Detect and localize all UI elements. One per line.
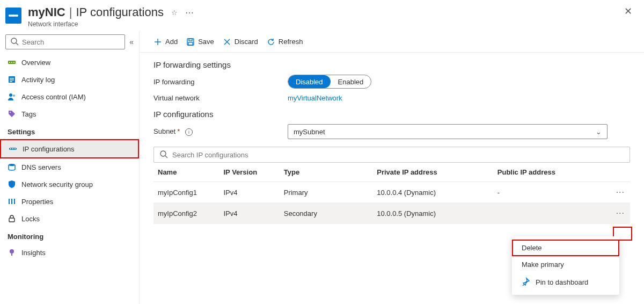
pin-icon (522, 277, 530, 287)
sidebar-item-activity-log[interactable]: Activity log (0, 71, 139, 88)
save-button[interactable]: Save (186, 38, 214, 46)
svg-point-3 (16, 15, 18, 16)
col-private-ip[interactable]: Private IP address (372, 163, 493, 182)
menu-label: Make primary (522, 260, 564, 269)
table-row[interactable]: myIpConfig1 IPv4 Primary 10.0.0.4 (Dynam… (153, 182, 630, 203)
svg-point-26 (10, 249, 14, 254)
sidebar-item-locks[interactable]: Locks (0, 210, 139, 227)
svg-rect-27 (11, 254, 12, 256)
sidebar-search[interactable] (5, 34, 125, 49)
ipconfig-name[interactable]: myIpConfig2 (153, 203, 219, 224)
resource-type-icon (5, 8, 21, 24)
sidebar-item-dns-servers[interactable]: DNS servers (0, 158, 139, 176)
ipconfig-version: IPv4 (219, 182, 279, 203)
ipconfig-public-ip: - (493, 182, 608, 203)
save-icon (186, 38, 195, 46)
sidebar-item-label: Properties (21, 198, 53, 206)
table-row[interactable]: myIpConfig2 IPv4 Secondary 10.0.0.5 (Dyn… (153, 203, 630, 224)
tags-icon (8, 110, 16, 118)
locks-icon (8, 214, 16, 223)
label-subnet: Subnet* i (153, 127, 288, 136)
sidebar-item-label: Access control (IAM) (21, 93, 86, 101)
svg-rect-7 (9, 62, 10, 63)
svg-point-20 (14, 148, 16, 149)
svg-rect-24 (14, 199, 15, 204)
sidebar-item-label: Network security group (21, 180, 93, 189)
ipconfig-search[interactable] (153, 147, 630, 163)
context-make-primary[interactable]: Make primary (512, 256, 619, 273)
plus-icon (153, 38, 162, 46)
menu-label: Pin to dashboard (536, 278, 588, 286)
svg-rect-25 (9, 218, 14, 222)
svg-point-15 (13, 95, 15, 97)
subnet-value: mySubnet (294, 128, 325, 136)
sidebar-scroll[interactable]: Overview Activity log Access control (IA… (0, 54, 139, 304)
ipconfig-table: Name IP Version Type Private IP address … (153, 163, 630, 224)
nic-icon (8, 58, 16, 67)
sidebar-item-insights[interactable]: Insights (0, 244, 139, 261)
subnet-dropdown[interactable]: mySubnet ⌄ (288, 124, 608, 139)
svg-rect-13 (10, 81, 12, 82)
nsg-icon (8, 180, 16, 189)
svg-rect-31 (189, 39, 192, 41)
toolbar-label: Save (198, 38, 214, 46)
sidebar-item-iam[interactable]: Access control (IAM) (0, 88, 139, 105)
discard-button[interactable]: Discard (223, 38, 258, 46)
svg-line-36 (165, 156, 167, 158)
ip-forwarding-toggle[interactable]: Disabled Enabled (288, 75, 371, 89)
section-ip-configurations: IP configurations (153, 110, 630, 119)
col-name[interactable]: Name (153, 163, 219, 182)
virtual-network-link[interactable]: myVirtualNetwork (288, 94, 342, 102)
svg-point-16 (10, 112, 11, 113)
title-separator: | (69, 5, 72, 19)
sidebar-item-properties[interactable]: Properties (0, 193, 139, 210)
close-icon[interactable]: ✕ (620, 5, 635, 17)
ipconfig-search-input[interactable] (172, 151, 624, 159)
svg-point-2 (12, 15, 14, 16)
ipconfig-name[interactable]: myIpConfig1 (153, 182, 219, 203)
ipcfg-icon (9, 144, 17, 153)
add-button[interactable]: Add (153, 38, 178, 46)
svg-rect-8 (11, 62, 12, 63)
sidebar: « Overview Activity log Access control (… (0, 31, 140, 304)
col-public-ip[interactable]: Public IP address (493, 163, 608, 182)
iam-icon (8, 92, 16, 101)
svg-point-14 (9, 93, 12, 97)
toggle-enabled[interactable]: Enabled (331, 75, 371, 88)
sidebar-search-input[interactable] (22, 38, 120, 46)
title-more-icon[interactable]: ⋯ (185, 8, 194, 18)
refresh-button[interactable]: Refresh (267, 38, 303, 46)
sidebar-item-ip-configurations[interactable]: IP configurations (0, 139, 139, 158)
label-virtual-network: Virtual network (153, 94, 288, 102)
svg-rect-32 (188, 42, 193, 45)
context-pin-to-dashboard[interactable]: Pin to dashboard (512, 273, 619, 292)
refresh-icon (267, 38, 275, 46)
command-bar: Add Save Discard Refresh (140, 31, 644, 53)
search-icon (10, 37, 19, 47)
log-icon (8, 75, 16, 84)
favorite-star-icon[interactable]: ☆ (171, 9, 178, 17)
row-more-icon[interactable]: ··· (615, 187, 626, 197)
search-icon (159, 150, 168, 160)
resource-type-label: Network interface (28, 20, 194, 28)
sidebar-item-overview[interactable]: Overview (0, 54, 139, 71)
info-icon[interactable]: i (185, 128, 193, 136)
sidebar-item-label: Tags (21, 110, 36, 118)
ipconfig-type: Secondary (280, 203, 373, 224)
collapse-sidebar-icon[interactable]: « (129, 38, 134, 46)
context-delete[interactable]: Delete (512, 240, 619, 256)
blade-header: myNIC | IP configurations ☆ ⋯ Network in… (0, 0, 644, 31)
col-type[interactable]: Type (280, 163, 373, 182)
sidebar-group-settings: Settings (0, 122, 139, 139)
row-more-icon[interactable]: ··· (615, 208, 626, 218)
sidebar-item-tags[interactable]: Tags (0, 105, 139, 122)
toggle-disabled[interactable]: Disabled (288, 75, 331, 88)
ipconfig-private-ip: 10.0.0.4 (Dynamic) (372, 182, 493, 203)
sidebar-item-label: Insights (21, 249, 46, 257)
sidebar-item-nsg[interactable]: Network security group (0, 176, 139, 193)
sidebar-item-label: IP configurations (23, 145, 75, 153)
sidebar-item-label: Locks (21, 215, 40, 223)
col-ip-version[interactable]: IP Version (219, 163, 279, 182)
toolbar-label: Discard (235, 38, 258, 46)
ipconfig-public-ip (493, 203, 608, 224)
